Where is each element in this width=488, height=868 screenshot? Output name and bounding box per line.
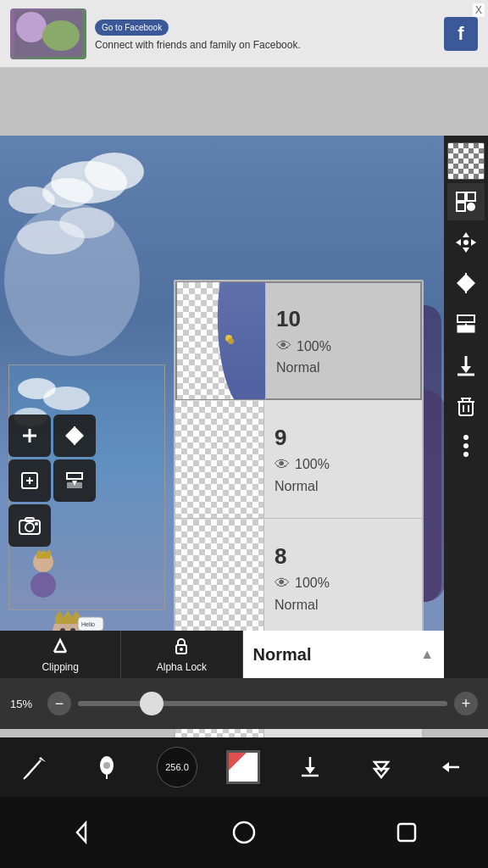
ad-banner: Go to Facebook Connect with friends and … <box>0 0 488 68</box>
svg-point-1 <box>16 12 47 42</box>
svg-point-63 <box>25 523 34 531</box>
svg-marker-32 <box>457 275 465 292</box>
svg-marker-22 <box>47 549 52 554</box>
layer-9-opacity: 100% <box>295 457 330 472</box>
svg-marker-82 <box>77 823 86 842</box>
download-button[interactable] <box>447 346 485 383</box>
layer-8-opacity: 100% <box>295 576 330 591</box>
layer-9-visibility-icon[interactable]: 👁 <box>274 456 290 474</box>
svg-line-72 <box>24 776 27 779</box>
svg-marker-39 <box>461 366 471 373</box>
back-nav-button[interactable] <box>60 811 103 854</box>
blend-mode-label: Normal <box>253 645 312 665</box>
svg-marker-76 <box>305 767 315 774</box>
layer-8-info: 8 👁 100% Normal <box>264 537 422 620</box>
svg-rect-25 <box>457 203 465 211</box>
svg-marker-53 <box>65 427 74 444</box>
svg-marker-20 <box>36 549 42 554</box>
layer-9-thumbnail <box>175 401 264 518</box>
layer-10-blend: Normal <box>276 360 410 376</box>
layer-9-info: 9 👁 100% Normal <box>264 418 422 501</box>
svg-point-17 <box>30 572 56 598</box>
ad-close-button[interactable]: X <box>473 3 485 17</box>
layer-10-info: 10 👁 100% Normal <box>266 299 420 382</box>
svg-line-69 <box>27 760 41 776</box>
add-sublayer-button[interactable] <box>8 459 51 502</box>
svg-point-83 <box>234 822 254 843</box>
svg-point-31 <box>463 240 469 245</box>
right-toolbar <box>444 136 488 729</box>
tools-row: 256.0 <box>0 737 488 797</box>
back-arrow-button[interactable] <box>431 746 474 788</box>
layer-transform-button[interactable] <box>447 183 485 220</box>
more-options-button[interactable] <box>447 427 485 465</box>
clipping-button[interactable]: Clipping <box>0 631 121 678</box>
layer-10-opacity: 100% <box>297 339 331 354</box>
delete-button[interactable] <box>447 387 485 424</box>
svg-rect-7 <box>55 617 80 624</box>
svg-point-68 <box>180 648 183 651</box>
clipping-icon <box>51 637 69 659</box>
alpha-lock-icon <box>172 637 191 659</box>
recent-apps-button[interactable] <box>385 811 428 854</box>
svg-marker-28 <box>463 248 469 253</box>
system-navigation <box>0 797 488 868</box>
layer-10-visibility-icon[interactable]: 👁 <box>276 337 291 355</box>
flip-horizontal-button[interactable] <box>447 264 485 302</box>
layer-8-thumbnail <box>175 520 264 637</box>
go-to-facebook-button[interactable]: Go to Facebook <box>95 19 169 36</box>
slider-bar: 15% − + <box>0 678 488 729</box>
move-button[interactable] <box>447 224 485 261</box>
checkered-background-button[interactable] <box>447 142 485 180</box>
svg-marker-27 <box>463 232 469 237</box>
svg-marker-21 <box>42 549 47 554</box>
mini-toolbar <box>8 415 96 547</box>
merge-layers-button[interactable] <box>53 459 96 502</box>
layer-10-thumbnail <box>177 282 266 399</box>
down-chevron-button[interactable] <box>360 746 402 788</box>
svg-marker-29 <box>456 239 461 246</box>
slider-thumb[interactable] <box>140 692 164 715</box>
slider-track[interactable] <box>78 701 447 706</box>
layer-8-blend: Normal <box>274 598 412 613</box>
svg-rect-24 <box>467 192 475 201</box>
alpha-lock-label: Alpha Lock <box>157 661 207 673</box>
brush-size-display[interactable]: 256.0 <box>157 747 197 787</box>
ad-text: Connect with friends and family on Faceb… <box>95 39 435 51</box>
download-tool-button[interactable] <box>289 746 331 788</box>
slider-minus-button[interactable]: − <box>47 692 71 715</box>
svg-rect-84 <box>398 824 415 841</box>
blend-mode-arrow-icon: ▲ <box>420 647 434 662</box>
flip-canvas-button[interactable] <box>53 415 96 457</box>
svg-point-2 <box>42 20 80 51</box>
svg-rect-59 <box>67 473 82 479</box>
main-area: Hello <box>0 136 488 729</box>
layer-item[interactable]: 9 👁 100% Normal <box>175 400 422 519</box>
svg-marker-54 <box>75 427 84 444</box>
camera-button[interactable] <box>8 504 51 547</box>
layer-item[interactable]: 10 👁 100% Normal <box>175 281 422 400</box>
ad-image <box>10 8 86 59</box>
svg-point-50 <box>463 452 469 457</box>
alpha-lock-button[interactable]: Alpha Lock <box>121 631 242 678</box>
color-swatch[interactable] <box>226 750 260 784</box>
layer-9-number: 9 <box>274 425 412 451</box>
ad-logo: f <box>444 17 478 51</box>
svg-point-48 <box>463 435 469 440</box>
svg-point-74 <box>103 762 110 769</box>
blend-mode-button[interactable]: Normal ▲ <box>243 631 444 678</box>
svg-rect-19 <box>36 554 50 559</box>
svg-rect-35 <box>458 315 474 322</box>
layer-item[interactable]: 8 👁 100% Normal <box>175 519 422 637</box>
slider-plus-button[interactable]: + <box>454 692 478 715</box>
svg-point-49 <box>463 443 469 448</box>
svg-point-65 <box>35 522 38 526</box>
svg-marker-8 <box>55 610 64 617</box>
color-dropper-button[interactable] <box>86 746 128 788</box>
layer-8-visibility-icon[interactable]: 👁 <box>274 575 290 593</box>
home-nav-button[interactable] <box>223 811 265 854</box>
add-layer-button[interactable] <box>8 415 51 457</box>
pen-tool-button[interactable] <box>14 746 57 788</box>
merge-down-button[interactable] <box>447 305 485 342</box>
svg-point-26 <box>467 203 475 211</box>
